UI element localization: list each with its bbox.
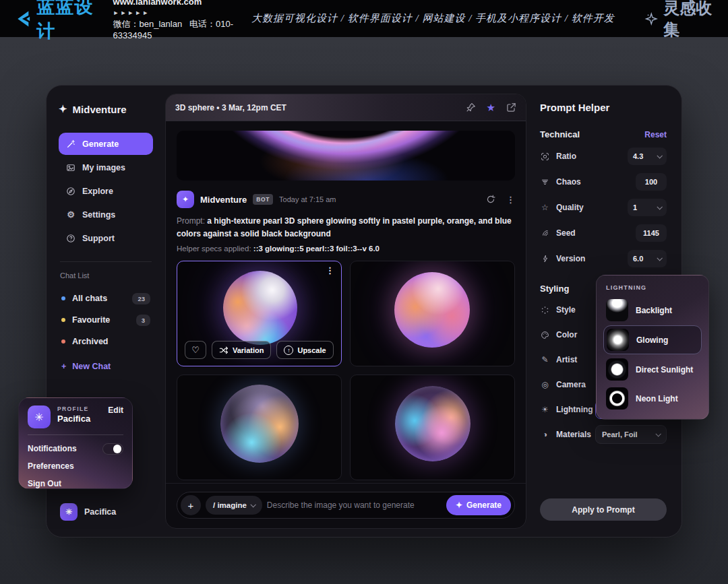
brand-name: 蓝蓝设计 [37, 0, 97, 43]
sphere-image [220, 385, 299, 463]
seed-row: Seed 1145 [540, 224, 667, 242]
red-dot-icon [61, 339, 65, 344]
materials-icon: ◑ [540, 430, 550, 439]
prompt-label: Prompt: [177, 216, 205, 226]
favorite-star-icon[interactable]: ★ [487, 102, 495, 114]
brand-logo-icon [13, 7, 33, 31]
bot-badge: BOT [253, 194, 273, 205]
message-menu-icon[interactable]: ⋮ [506, 195, 515, 205]
regenerate-icon[interactable] [486, 195, 495, 204]
reset-button[interactable]: Reset [644, 130, 667, 139]
collect-link[interactable]: 灵感收集 [644, 0, 715, 40]
arrows-decoration: ►►►►► [113, 9, 150, 16]
materials-row: ◑ Materials Pearl, Foil [540, 426, 667, 443]
sidebar-user[interactable]: ✳ Pacifica [60, 503, 116, 521]
sparkle-logo-icon: ✦ [59, 103, 67, 115]
sphere-image [223, 271, 297, 345]
version-row: Version 6.0 [540, 250, 667, 267]
technical-heading: Technical [540, 129, 580, 139]
divider [60, 261, 152, 262]
preferences-item[interactable]: Preferences [28, 459, 123, 474]
edit-profile-button[interactable]: Edit [108, 405, 123, 415]
chevron-down-icon [655, 431, 661, 436]
notifications-toggle[interactable] [102, 443, 123, 455]
chevron-down-icon [657, 255, 662, 261]
chaos-funnel-icon [540, 178, 550, 187]
bot-message-header: ✦ Midventure BOT Today at 7:15 am ⋮ [166, 191, 526, 208]
seed-input[interactable]: 1145 [636, 224, 667, 242]
chat-filter-all[interactable]: All chats 23 [59, 288, 153, 309]
bot-name: Midventure [200, 195, 247, 205]
attach-button[interactable]: + [181, 495, 201, 515]
apply-to-prompt-button[interactable]: Apply to Prompt [540, 498, 667, 521]
lightning-option-glowing[interactable]: Glowing [603, 325, 702, 354]
imagine-command-dropdown[interactable]: / imagine [206, 496, 262, 515]
upscale-button[interactable]: ↑ Upscale [276, 341, 333, 359]
tile-menu-icon[interactable]: ⋮ [326, 265, 334, 275]
main-nav: Generate My images Explore ⚙ Setting [59, 133, 153, 249]
nav-item-explore[interactable]: Explore [59, 180, 153, 202]
nav-item-settings[interactable]: ⚙ Settings [59, 203, 153, 226]
lightning-option-neon-light[interactable]: Neon Light [603, 385, 702, 412]
style-dots-icon [540, 306, 550, 315]
popup-heading: LIGHTNING [606, 284, 702, 291]
generate-button[interactable]: ✦ Generate [446, 495, 511, 515]
pin-icon[interactable] [466, 102, 476, 112]
services-list: 大数据可视化设计 / 软件界面设计 / 网站建设 / 手机及小程序设计 / 软件… [251, 12, 615, 25]
gear-icon: ⚙ [65, 209, 76, 220]
materials-select[interactable]: Pearl, Foil [595, 425, 667, 444]
share-icon[interactable] [506, 102, 516, 112]
ratio-dropdown[interactable]: 4.3 [628, 148, 667, 165]
question-circle-icon [65, 234, 76, 243]
chat-filter-favourite[interactable]: Favourite 3 [59, 309, 153, 331]
wechat: 微信：ben_lanlan [113, 19, 183, 29]
signout-item[interactable]: Sign Out [28, 476, 123, 491]
lightning-bolt-icon [540, 255, 550, 263]
generated-image-preview[interactable] [177, 131, 515, 181]
avatar: ✳ [60, 503, 78, 521]
blue-dot-icon [61, 296, 65, 300]
yellow-dot-icon [61, 318, 65, 322]
quality-dropdown[interactable]: 1 [628, 199, 667, 216]
profile-name: Pacifica [57, 414, 90, 424]
arrow-up-icon: ↑ [284, 346, 293, 355]
neon-light-thumbnail [606, 387, 628, 410]
profile-label: PROFILE [57, 405, 90, 412]
image-tile-4[interactable] [350, 375, 515, 480]
compass-icon [65, 187, 76, 196]
message-timestamp: Today at 7:15 am [279, 195, 336, 203]
nav-item-support[interactable]: Support [59, 227, 153, 249]
variation-button[interactable]: Variation [212, 341, 271, 359]
version-dropdown[interactable]: 6.0 [628, 250, 667, 267]
new-chat-button[interactable]: + New Chat [59, 356, 153, 377]
nav-item-generate[interactable]: Generate [59, 133, 153, 155]
notifications-row: Notifications [28, 441, 123, 456]
image-tile-2[interactable] [350, 261, 515, 366]
lightning-option-direct-sunlight[interactable]: Direct Sunlight [603, 356, 702, 383]
seed-icon [540, 229, 550, 238]
chevron-down-icon [657, 204, 662, 209]
prompt-input[interactable] [267, 500, 442, 510]
sphere-image [394, 272, 470, 348]
shuffle-icon [219, 346, 229, 355]
plus-icon: + [61, 362, 66, 371]
image-tile-3[interactable] [177, 375, 342, 480]
bot-avatar: ✦ [177, 191, 194, 208]
prompt-text: Prompt: a high-texture pearl 3D sphere g… [166, 215, 526, 240]
nav-item-my-images[interactable]: My images [59, 156, 153, 179]
divider [28, 434, 123, 435]
like-button[interactable]: ♡ [185, 341, 206, 359]
chevron-down-icon [657, 153, 662, 158]
lightning-option-backlight[interactable]: Backlight [603, 296, 702, 324]
chat-topbar: 3D sphere • 3 Mar, 12pm CET ★ [166, 94, 526, 121]
sparkle-icon: ✦ [456, 500, 462, 510]
ratio-row: Ratio 4.3 [540, 148, 667, 165]
image-tile-1[interactable]: ⋮ ♡ Variation ↑ Upscale [177, 261, 342, 366]
prompt-value: a high-texture pearl 3D sphere glowing s… [177, 216, 512, 238]
brand: 蓝蓝设计 [13, 0, 97, 43]
site-contact: www.lanlanwork.com ►►►►► 微信：ben_lanlan 电… [113, 0, 241, 40]
chat-filter-archived[interactable]: Archived [59, 331, 153, 352]
chaos-input[interactable]: 100 [636, 173, 667, 191]
toggle-knob [113, 445, 122, 453]
sphere-image [395, 386, 471, 461]
